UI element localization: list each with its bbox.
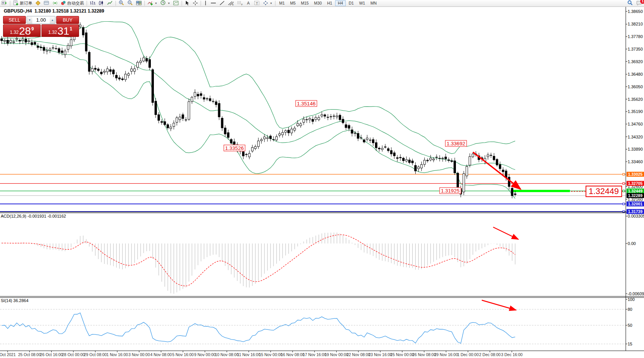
period-button[interactable]: ▼ — [159, 0, 172, 6]
price-axis-tag: 1.32001 — [627, 202, 644, 207]
price-callout: 1.31925 — [440, 188, 461, 194]
dropdown-caret-icon[interactable]: ▼ — [168, 2, 170, 5]
volume-control: ▼ ▲ — [27, 16, 55, 24]
time-axis-label: 1 Nov 16:00 — [106, 352, 128, 357]
macd-axis-label: 0.003305 — [628, 214, 644, 218]
price-axis-label: 1.37350 — [628, 47, 643, 51]
timeframe-m5[interactable]: M5 — [288, 0, 298, 6]
price-callout: 1.33526 — [224, 145, 245, 151]
signal-icon — [52, 0, 58, 6]
timeframe-m15[interactable]: M15 — [299, 0, 311, 6]
trendline-button[interactable] — [218, 0, 226, 6]
zoom-out-button[interactable] — [126, 0, 134, 6]
data-window-button[interactable] — [42, 0, 51, 6]
macd-axis-label: 0.00 — [628, 241, 636, 246]
price-axis-tag: 1.32289 — [627, 193, 644, 198]
volume-up-button[interactable]: ▲ — [50, 16, 55, 24]
auto-trading-button[interactable]: 自动交易 — [59, 0, 85, 6]
timeframe-h1[interactable]: H1 — [325, 0, 334, 6]
chart-area[interactable] — [0, 0, 644, 358]
candle-chart-icon — [98, 0, 104, 6]
timeframe-h4[interactable]: H4 — [335, 0, 345, 6]
hline-button[interactable] — [209, 0, 218, 6]
toolbar-separator — [87, 1, 87, 6]
auto-trading-icon — [61, 0, 66, 6]
auto-trading-label: 自动交易 — [67, 0, 84, 6]
sell-price-prefix: 1.32 — [10, 30, 19, 35]
volume-input[interactable] — [32, 16, 50, 24]
timeframe-w1[interactable]: W1 — [357, 0, 367, 6]
arrows-button[interactable]: ▼ — [261, 0, 274, 6]
price-axis-tag: 1.33025 — [627, 172, 644, 177]
rsi-label: SI(14) 36.2864 — [1, 298, 28, 303]
vline-icon — [204, 0, 207, 6]
rsi-pane — [0, 309, 626, 344]
price-axis-label: 1.38650 — [628, 9, 643, 14]
bar-chart-button[interactable] — [88, 0, 97, 6]
text-label-button[interactable]: T — [253, 0, 261, 6]
new-order-button[interactable]: 新订单 — [11, 0, 34, 6]
timeframe-mn[interactable]: MN — [368, 0, 379, 6]
notification-badge[interactable]: 1 — [640, 0, 644, 4]
arrows-icon — [263, 0, 268, 6]
time-axis-label: 29 Oct 08:00 — [84, 352, 107, 357]
bollinger-lower-band — [2, 43, 515, 198]
buy-button[interactable]: BUY — [56, 16, 79, 24]
time-axis-label: 1 Dec 00:00 — [457, 352, 479, 357]
tile-windows-button[interactable] — [134, 0, 143, 6]
price-callout: 1.32449 — [585, 186, 622, 197]
channel-button[interactable]: E — [226, 0, 236, 6]
market-cube-icon — [35, 0, 41, 6]
candle-chart-button[interactable] — [97, 0, 106, 6]
dropdown-caret-icon[interactable]: ▼ — [155, 2, 157, 5]
toolbar-separator — [182, 1, 182, 6]
fibonacci-button[interactable]: F — [236, 0, 245, 6]
timeframe-d1[interactable]: D1 — [347, 0, 356, 6]
notifications-icon[interactable]: 1 — [636, 0, 642, 6]
rsi-axis-label: 80 — [628, 307, 632, 312]
time-axis-label: 11 Nov 16:00 — [237, 352, 261, 357]
market-cube-button[interactable] — [34, 0, 42, 6]
new-chart-icon — [2, 0, 7, 6]
buy-price-big: 31 — [57, 26, 69, 36]
timeframe-m1[interactable]: M1 — [277, 0, 287, 6]
price-axis-label: 1.37780 — [628, 34, 643, 39]
dropdown-caret-icon[interactable]: ▼ — [270, 2, 272, 5]
sell-price[interactable]: 1.32 28 9 — [3, 24, 41, 37]
timeframe-m30[interactable]: M30 — [312, 0, 324, 6]
indicators-button[interactable]: ▼ — [146, 0, 159, 6]
time-axis-label: 25 Oct 08:00 — [18, 352, 41, 357]
crosshair-button[interactable] — [191, 0, 199, 6]
price-axis-label: 1.36920 — [628, 59, 643, 64]
line-chart-button[interactable] — [106, 0, 114, 6]
buy-price[interactable]: 1.32 31 1 — [41, 24, 79, 37]
cursor-button[interactable] — [183, 0, 191, 6]
toolbar-separator — [10, 1, 10, 6]
toolbar-separator — [201, 1, 201, 6]
time-axis-label: 3 Dec 16:00 — [501, 352, 523, 357]
price-callout: 1.35146 — [296, 100, 317, 107]
mt4-window: 新订单自动交易▼▼EFAT▼ M1M5M15M30H1H4D1W1MN 1 GB… — [0, 0, 644, 358]
toolbar-separator — [275, 1, 275, 6]
macd-axis-label: -0.006092 — [628, 291, 644, 296]
vline-button[interactable] — [202, 0, 209, 6]
buy-price-pip: 1 — [70, 26, 72, 32]
time-axis-label: 22 Nov 08:00 — [347, 352, 370, 357]
text-button[interactable]: A — [245, 0, 253, 6]
signal-button[interactable] — [51, 0, 59, 6]
svg-text:E: E — [232, 3, 234, 6]
sell-button[interactable]: SELL — [3, 16, 26, 24]
volume-down-button[interactable]: ▼ — [27, 16, 32, 24]
crosshair-icon — [193, 0, 198, 6]
line-chart-icon — [107, 0, 113, 6]
svg-text:T: T — [256, 1, 258, 5]
search-icon[interactable] — [627, 0, 633, 6]
template-button[interactable] — [172, 0, 180, 6]
time-axis-label: 9 Nov 00:00 — [194, 352, 216, 357]
sell-price-pip: 9 — [31, 26, 34, 32]
new-chart-button[interactable] — [0, 0, 9, 6]
zoom-in-button[interactable] — [117, 0, 126, 6]
toolbar: 新订单自动交易▼▼EFAT▼ M1M5M15M30H1H4D1W1MN 1 — [0, 0, 644, 7]
indicators-icon — [147, 0, 153, 6]
toolbar-right: 1 — [627, 0, 642, 6]
